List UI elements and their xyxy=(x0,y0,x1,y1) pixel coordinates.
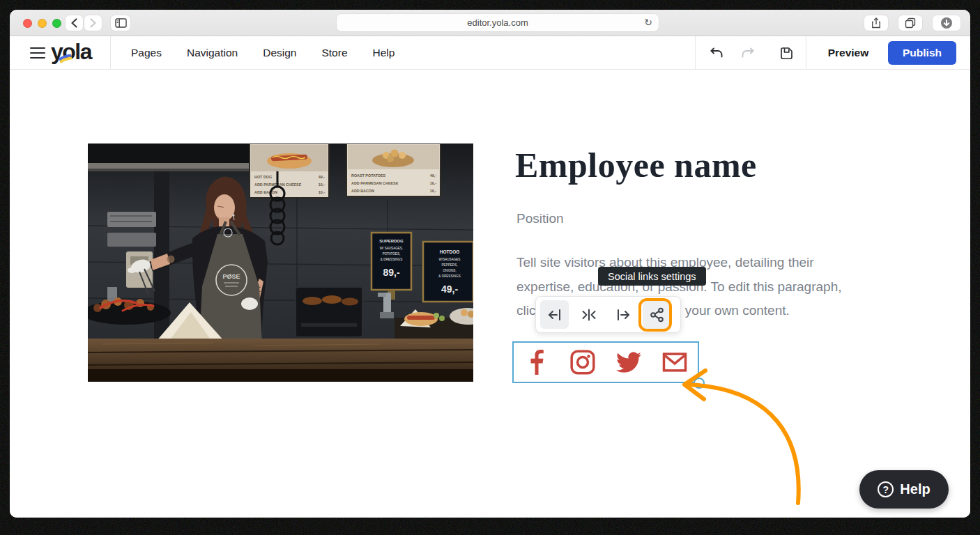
svg-text:49,-: 49,- xyxy=(319,175,325,179)
social-links-widget[interactable] xyxy=(512,341,699,383)
address-bar[interactable]: editor.yola.com ↻ xyxy=(337,14,659,31)
chevron-left-icon xyxy=(70,18,78,28)
svg-text:ONIONS,: ONIONS, xyxy=(443,269,456,272)
svg-text:ROAST POTATOES: ROAST POTATOES xyxy=(351,173,386,178)
svg-text:W/SAUSAGES: W/SAUSAGES xyxy=(439,258,461,261)
svg-text:W/ SAUSAGES,: W/ SAUSAGES, xyxy=(380,247,403,250)
svg-text:POTATOES,: POTATOES, xyxy=(383,252,401,256)
align-right-icon xyxy=(615,307,631,323)
employee-position-text[interactable]: Position xyxy=(516,211,564,226)
svg-text:ADD BACON: ADD BACON xyxy=(351,189,374,193)
svg-text:& DRESSINGS: & DRESSINGS xyxy=(438,274,460,278)
svg-text:SUPERDOG: SUPERDOG xyxy=(379,239,404,243)
svg-text:89,-: 89,- xyxy=(383,267,399,278)
svg-text:10,-: 10,- xyxy=(319,183,325,187)
svg-text:ADD BACON: ADD BACON xyxy=(254,190,277,194)
svg-text:49,-: 49,- xyxy=(430,173,436,178)
menu-navigation[interactable]: Navigation xyxy=(187,47,238,59)
toolbar-divider xyxy=(695,36,696,70)
preview-button[interactable]: Preview xyxy=(820,36,876,70)
email-icon[interactable] xyxy=(661,349,688,375)
help-button[interactable]: ? Help xyxy=(859,470,949,509)
url-text: editor.yola.com xyxy=(467,17,528,28)
employee-name-heading[interactable]: Employee name xyxy=(515,145,757,185)
toolbar-divider xyxy=(806,36,806,70)
svg-text:10,-: 10,- xyxy=(430,181,436,185)
svg-text:& DRESSINGS: & DRESSINGS xyxy=(381,258,402,261)
main-menu-button[interactable] xyxy=(30,47,45,59)
save-button[interactable] xyxy=(779,45,794,61)
zoom-window-button[interactable] xyxy=(52,19,61,28)
align-left-icon xyxy=(546,307,563,323)
downloads-button[interactable] xyxy=(933,15,960,31)
minimize-window-button[interactable] xyxy=(38,19,47,28)
sidebar-icon xyxy=(115,18,127,28)
grill-machine xyxy=(296,287,362,337)
back-button[interactable] xyxy=(66,15,83,31)
menu-help[interactable]: Help xyxy=(373,47,395,59)
chevron-right-icon xyxy=(89,18,97,28)
widget-floating-toolbar xyxy=(535,296,681,333)
undo-button[interactable] xyxy=(709,45,724,61)
align-center-icon xyxy=(581,307,597,323)
svg-text:HOT DOG: HOT DOG xyxy=(254,175,272,179)
close-window-button[interactable] xyxy=(23,19,32,28)
social-links-settings-button[interactable] xyxy=(643,300,671,329)
svg-text:PØSE: PØSE xyxy=(222,273,240,280)
editor-toolbar: yola Pages Navigation Design Store Help xyxy=(10,36,970,70)
align-left-button[interactable] xyxy=(540,300,569,329)
social-links-settings-tooltip: Social links settings xyxy=(598,267,706,286)
tab-overview-button[interactable] xyxy=(898,15,922,31)
twitter-icon[interactable] xyxy=(615,349,642,375)
forward-button[interactable] xyxy=(84,15,102,31)
tutorial-arrow xyxy=(662,300,816,509)
svg-text:ADD PARMESAN CHEESE: ADD PARMESAN CHEESE xyxy=(351,181,399,185)
editor-menu: Pages Navigation Design Store Help xyxy=(131,36,395,70)
tooltip-label: Social links settings xyxy=(608,271,696,282)
align-center-button[interactable] xyxy=(574,300,603,329)
toolbar-divider xyxy=(110,36,111,70)
help-button-label: Help xyxy=(900,481,930,497)
question-mark-icon: ? xyxy=(878,481,894,497)
desktop: editor.yola.com ↻ xyxy=(0,0,980,535)
svg-text:HOTDOG: HOTDOG xyxy=(440,249,460,254)
sidebar-toggle-button[interactable] xyxy=(111,15,130,31)
reload-icon[interactable]: ↻ xyxy=(644,17,652,28)
superdog-sign: SUPERDOG W/ SAUSAGES, POTATOES, & DRESSI… xyxy=(372,233,411,300)
svg-text:PEPPERS,: PEPPERS, xyxy=(442,263,458,267)
svg-text:10,-: 10,- xyxy=(430,189,436,193)
share-page-button[interactable] xyxy=(864,15,888,31)
undo-icon xyxy=(709,45,724,61)
food-stall-photo-illustration: HOT DOG49,- ADD PARMESAN CHEESE10,- ADD … xyxy=(88,144,473,382)
redo-icon xyxy=(740,45,756,61)
share-page-icon xyxy=(871,17,881,29)
hotdog-sign: HOTDOG W/SAUSAGES PEPPERS, ONIONS, & DRE… xyxy=(423,242,473,302)
svg-text:10,-: 10,- xyxy=(319,190,325,194)
align-right-button[interactable] xyxy=(608,300,637,329)
download-icon xyxy=(940,17,953,29)
publish-button[interactable]: Publish xyxy=(888,41,956,65)
tabs-icon xyxy=(905,17,916,29)
instagram-icon[interactable] xyxy=(569,349,596,375)
save-icon xyxy=(779,45,794,61)
browser-toolbar: editor.yola.com ↻ xyxy=(10,10,970,36)
employee-photo[interactable]: HOT DOG49,- ADD PARMESAN CHEESE10,- ADD … xyxy=(88,144,473,382)
menu-store[interactable]: Store xyxy=(321,47,347,59)
browser-window: editor.yola.com ↻ xyxy=(10,10,970,518)
menu-design[interactable]: Design xyxy=(263,47,296,59)
menu-board-left: HOT DOG49,- ADD PARMESAN CHEESE10,- ADD … xyxy=(250,144,329,198)
facebook-icon[interactable] xyxy=(523,349,550,375)
menu-pages[interactable]: Pages xyxy=(131,47,162,59)
menu-board-right: ROAST POTATOES49,- ADD PARMESAN CHEESE10… xyxy=(346,144,441,196)
redo-button[interactable] xyxy=(740,45,756,61)
site-canvas: HOT DOG49,- ADD PARMESAN CHEESE10,- ADD … xyxy=(10,70,970,518)
selection-resize-handle[interactable] xyxy=(694,378,705,389)
svg-text:49,-: 49,- xyxy=(441,284,458,295)
yola-logo-flag-icon xyxy=(58,54,73,63)
share-icon xyxy=(649,307,666,323)
